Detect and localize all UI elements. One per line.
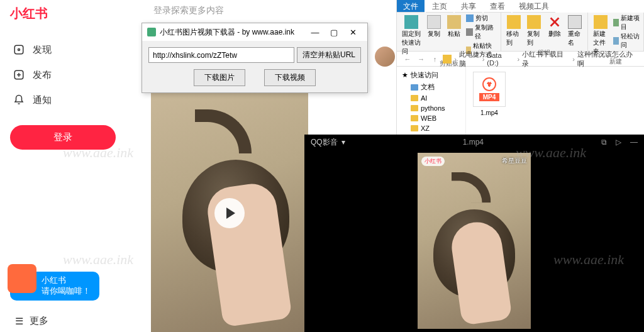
play-icon[interactable] [214,198,245,228]
qq-player-window: QQ影音 ▾ 1.mp4 ⧉ ▷ — 小红书 希星豆豆 [304,135,644,332]
video-watermark-logo: 小红书 [421,157,445,166]
file-item[interactable]: MP4 1.mp4 [471,72,508,116]
ribbon-tabs: 文件 主页 共享 查看 视频工具 [397,0,644,13]
chevron-icon: › [572,55,575,63]
newitem-icon [613,19,619,26]
minimize-button[interactable]: — [306,26,325,38]
download-video-button[interactable]: 下载视频 [264,69,316,86]
compass-icon [13,43,25,56]
star-icon: ★ [402,71,408,79]
dialog-body: 清空并粘贴URL 下载图片 下载视频 [142,41,367,92]
xhs-sidebar: 小红书 发现 发布 通知 登录 小红书 请你喝咖啡！ ☰ 更多 [0,0,126,332]
nav-notify[interactable]: 通知 [10,87,116,113]
nav-label: 发布 [33,69,52,81]
copy-button[interactable]: 复制 [426,14,442,40]
tree-quick-access[interactable]: ★快速访问 [399,69,463,81]
delete-button[interactable]: 删除 [547,14,563,40]
clear-paste-button[interactable]: 清空并粘贴URL [297,47,361,63]
window-title: 小红书图片视频下载器 - by www.aae.ink [160,27,306,38]
downloader-window: 小红书图片视频下载器 - by www.aae.ink — ▢ ✕ 清空并粘贴U… [142,23,368,93]
chevron-icon: › [454,55,457,63]
tab-home[interactable]: 主页 [426,0,453,13]
folder-icon [411,105,418,111]
tab-video[interactable]: 视频工具 [513,0,555,13]
pip-button[interactable]: ⧉ [601,138,607,147]
pin-button[interactable]: 固定到快速访问 [401,14,422,57]
bell-icon [13,94,25,106]
feed-video-card[interactable] [151,91,308,332]
search-hint[interactable]: 登录探索更多内容 [151,0,396,21]
nav-label: 发现 [33,44,52,56]
path-icon [466,28,473,36]
bc-segment[interactable]: 小红书下载目录 [522,50,570,69]
plus-icon [13,69,25,81]
up-button[interactable]: ↑ [430,53,441,65]
bc-segment[interactable]: 这种情况该怎么办啊 [577,50,639,69]
easy-icon [613,37,619,45]
chevron-icon: › [517,55,519,63]
player-titlebar[interactable]: QQ影音 ▾ 1.mp4 ⧉ ▷ — [304,135,644,150]
file-pane[interactable]: MP4 1.mp4 [466,67,644,135]
bc-segment[interactable]: 此电脑 [459,50,480,69]
rename-icon [568,15,582,29]
nav-label: 通知 [33,94,52,106]
coffee-promo[interactable]: 小红书 请你喝咖啡！ [10,272,99,301]
cat-illustration [452,172,491,203]
paste-icon [447,15,461,29]
folder-icon [411,115,418,121]
tree-item[interactable]: AI [399,93,463,103]
url-input[interactable] [148,47,294,63]
copyto-icon [527,15,541,29]
video-frame: 小红书 希星豆豆 [418,153,531,329]
paste-button[interactable]: 粘贴 [446,14,462,40]
cut-button[interactable]: 剪切 [466,14,497,23]
newitem-button[interactable]: 新建项目 [613,14,640,31]
copypath-button[interactable]: 复制路径 [466,23,497,41]
moveto-button[interactable]: 移动到 [505,14,522,48]
nav-discover[interactable]: 发现 [10,37,116,62]
avatar[interactable] [375,47,395,67]
tab-file[interactable]: 文件 [397,0,425,13]
player-appname[interactable]: QQ影音 ▾ [311,137,345,148]
file-name: 1.mp4 [471,109,508,116]
coffee-line1: 小红书 [42,275,91,286]
ribbon: 固定到快速访问 复制 粘贴 剪切 复制路径 粘贴快捷方式 剪贴板 移动到 复制到… [397,13,644,52]
easyaccess-button[interactable]: 轻松访问 [613,32,640,50]
copyto-button[interactable]: 复制到 [526,14,543,48]
delete-icon [548,15,562,29]
close-button[interactable]: ✕ [343,26,362,38]
rename-button[interactable]: 重命名 [567,14,584,48]
nav-publish[interactable]: 发布 [10,62,116,87]
tree-item[interactable]: pythons [399,103,463,113]
download-image-button[interactable]: 下载图片 [194,69,245,86]
coffee-line2: 请你喝咖啡！ [42,286,91,297]
ribbon-group-organize: 移动到 复制到 删除 重命名 组织 [501,13,588,51]
mascot-icon [8,264,36,293]
titlebar[interactable]: 小红书图片视频下载器 - by www.aae.ink — ▢ ✕ [142,23,367,41]
forward-button[interactable]: → [416,53,427,65]
mp4-badge: MP4 [479,93,500,101]
breadcrumb: ← → ↑ › 此电脑 › Data (D:) › 小红书下载目录 › 这种情况… [397,52,644,67]
tree-item[interactable]: XZ [399,123,463,133]
tree-item[interactable]: WEB [399,113,463,123]
pin-button[interactable]: ▷ [616,138,621,147]
video-area[interactable]: 小红书 希星豆豆 [304,150,644,332]
back-button[interactable]: ← [402,53,413,65]
nav-more[interactable]: ☰ 更多 [15,315,48,327]
more-label: 更多 [30,315,48,327]
login-button[interactable]: 登录 [10,125,116,150]
folder-icon [411,84,418,91]
pin-icon [404,15,418,29]
bc-segment[interactable]: Data (D:) [487,52,514,67]
hamburger-icon: ☰ [15,316,23,327]
folder-icon [443,55,452,64]
tree-item[interactable]: 文档 [399,81,463,93]
tab-share[interactable]: 共享 [455,0,482,13]
ribbon-group-clipboard: 固定到快速访问 复制 粘贴 剪切 复制路径 粘贴快捷方式 剪贴板 [397,13,501,51]
copy-icon [427,15,441,29]
minimize-button[interactable]: — [630,138,638,147]
svg-rect-0 [14,45,23,54]
video-icon [482,77,496,91]
tab-view[interactable]: 查看 [484,0,511,13]
maximize-button[interactable]: ▢ [325,26,343,38]
